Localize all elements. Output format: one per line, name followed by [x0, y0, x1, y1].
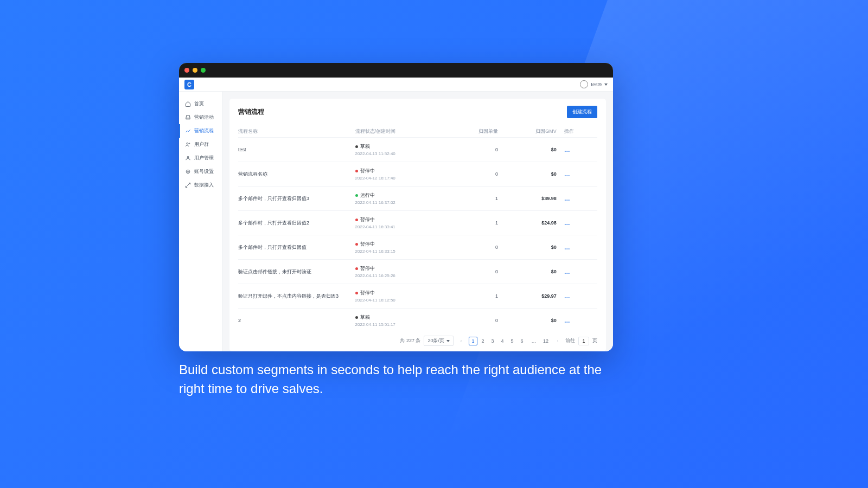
page-number[interactable]: 1 — [469, 337, 477, 345]
row-ops: … — [560, 284, 597, 308]
row-orders: 1 — [455, 210, 501, 235]
status-dot-icon — [355, 243, 358, 246]
row-more-button[interactable]: … — [564, 293, 571, 299]
row-ops: … — [560, 259, 597, 284]
app-header: C test9 — [179, 78, 613, 92]
status-dot-icon — [355, 219, 358, 221]
flows-icon — [185, 128, 191, 134]
create-flow-button[interactable]: 创建流程 — [567, 106, 597, 118]
page-number[interactable]: 4 — [498, 337, 507, 345]
browser-window: C test9 首页营销活动营销流程用户群用户管理账号设置数据接入 营销流程 创… — [179, 63, 613, 351]
row-status: 草稿2022-04-11 15:51:17 — [355, 308, 456, 332]
row-more-button[interactable]: … — [564, 268, 571, 275]
window-minimize-icon[interactable] — [193, 68, 197, 73]
status-time: 2022-04-12 16:17:40 — [355, 176, 395, 181]
user-menu[interactable]: test9 — [580, 80, 608, 88]
row-more-button[interactable]: … — [564, 244, 571, 251]
row-more-button[interactable]: … — [564, 317, 571, 324]
page-size-select[interactable]: 20条/页 — [424, 336, 454, 346]
row-gmv: $0 — [501, 162, 560, 186]
page-number[interactable]: 5 — [508, 337, 516, 345]
row-gmv: $39.98 — [501, 186, 560, 210]
pagination: 共 227 条 20条/页 ‹ 123456 … 12 › 前往 页 — [238, 332, 597, 351]
row-name: 2 — [238, 308, 355, 332]
row-status: 暂停中2022-04-11 16:33:15 — [355, 235, 456, 259]
sidebar-item-label: 数据接入 — [194, 182, 214, 189]
row-status: 运行中2022-04-11 16:37:02 — [355, 186, 456, 210]
status-text: 暂停中 — [360, 290, 375, 297]
marketing-caption: Build custom segments in seconds to help… — [179, 361, 624, 399]
window-close-icon[interactable] — [184, 68, 189, 73]
sidebar-item-flows[interactable]: 营销流程 — [179, 124, 222, 138]
flows-table: 流程名称 流程状态/创建时间 归因单量 归因GMV 操作 test草稿2022-… — [238, 126, 597, 332]
row-name: 营销流程名称 — [238, 162, 355, 186]
status-text: 运行中 — [360, 192, 375, 199]
row-orders: 0 — [455, 259, 501, 284]
row-gmv: $0 — [501, 137, 560, 162]
sidebar: 首页营销活动营销流程用户群用户管理账号设置数据接入 — [179, 92, 222, 351]
sidebar-item-home[interactable]: 首页 — [179, 97, 222, 111]
app-logo-letter: C — [187, 81, 192, 88]
page-number[interactable]: 6 — [518, 337, 526, 345]
status-time: 2022-04-11 16:33:15 — [355, 249, 395, 254]
sidebar-item-label: 首页 — [194, 100, 204, 107]
status-text: 草稿 — [360, 143, 370, 150]
row-ops: … — [560, 162, 597, 186]
status-time: 2022-04-13 11:52:40 — [355, 151, 395, 156]
status-time: 2022-04-11 15:51:17 — [355, 322, 395, 327]
window-maximize-icon[interactable] — [201, 68, 206, 73]
row-orders: 0 — [455, 308, 501, 332]
col-ops: 操作 — [560, 126, 597, 137]
row-more-button[interactable]: … — [564, 220, 571, 226]
sidebar-item-data[interactable]: 数据接入 — [179, 178, 222, 192]
status-text: 暂停中 — [360, 241, 375, 248]
row-name: test — [238, 137, 355, 162]
page-ellipsis: … — [529, 337, 538, 345]
page-number[interactable]: 2 — [478, 337, 487, 345]
data-icon — [185, 182, 191, 188]
sidebar-item-users[interactable]: 用户管理 — [179, 151, 222, 165]
row-orders: 1 — [455, 284, 501, 308]
page-last[interactable]: 12 — [541, 337, 550, 345]
sidebar-item-campaigns[interactable]: 营销活动 — [179, 111, 222, 124]
row-name: 多个邮件时，只打开查看归因值 — [238, 235, 355, 259]
segments-icon — [185, 142, 191, 147]
col-orders: 归因单量 — [455, 126, 501, 137]
main-header: 营销流程 创建流程 — [238, 106, 597, 118]
sidebar-item-segments[interactable]: 用户群 — [179, 138, 222, 151]
row-ops: … — [560, 308, 597, 332]
status-text: 暂停中 — [360, 265, 375, 272]
status-time: 2022-04-11 16:12:50 — [355, 298, 395, 303]
row-ops: … — [560, 137, 597, 162]
page-number[interactable]: 3 — [488, 337, 497, 345]
jump-page-input[interactable] — [578, 337, 589, 345]
sidebar-item-label: 营销流程 — [194, 127, 214, 134]
row-more-button[interactable]: … — [564, 146, 571, 153]
row-orders: 0 — [455, 235, 501, 259]
row-name: 多个邮件时，只打开查看归因值3 — [238, 186, 355, 210]
jump-label-suffix: 页 — [592, 337, 597, 344]
row-more-button[interactable]: … — [564, 195, 571, 202]
row-status: 暂停中2022-04-11 16:33:41 — [355, 210, 456, 235]
sidebar-item-label: 用户群 — [194, 141, 209, 148]
chevron-down-icon — [446, 340, 450, 342]
app-logo[interactable]: C — [184, 80, 194, 89]
sidebar-item-account[interactable]: 账号设置 — [179, 165, 222, 178]
row-ops: … — [560, 235, 597, 259]
col-gmv: 归因GMV — [501, 126, 560, 137]
row-name: 验证点击邮件链接，未打开时验证 — [238, 259, 355, 284]
next-page-button[interactable]: › — [553, 337, 562, 345]
prev-page-button[interactable]: ‹ — [457, 337, 465, 345]
row-name: 多个邮件时，只打开查看归因值2 — [238, 210, 355, 235]
status-dot-icon — [355, 145, 358, 148]
status-dot-icon — [355, 267, 358, 270]
sidebar-item-label: 账号设置 — [194, 168, 214, 175]
status-text: 暂停中 — [360, 168, 375, 175]
row-more-button[interactable]: … — [564, 171, 571, 177]
row-ops: … — [560, 186, 597, 210]
row-gmv: $24.98 — [501, 210, 560, 235]
col-status: 流程状态/创建时间 — [355, 126, 456, 137]
table-wrapper: 流程名称 流程状态/创建时间 归因单量 归因GMV 操作 test草稿2022-… — [238, 126, 597, 332]
sidebar-item-label: 用户管理 — [194, 155, 214, 162]
row-orders: 1 — [455, 186, 501, 210]
